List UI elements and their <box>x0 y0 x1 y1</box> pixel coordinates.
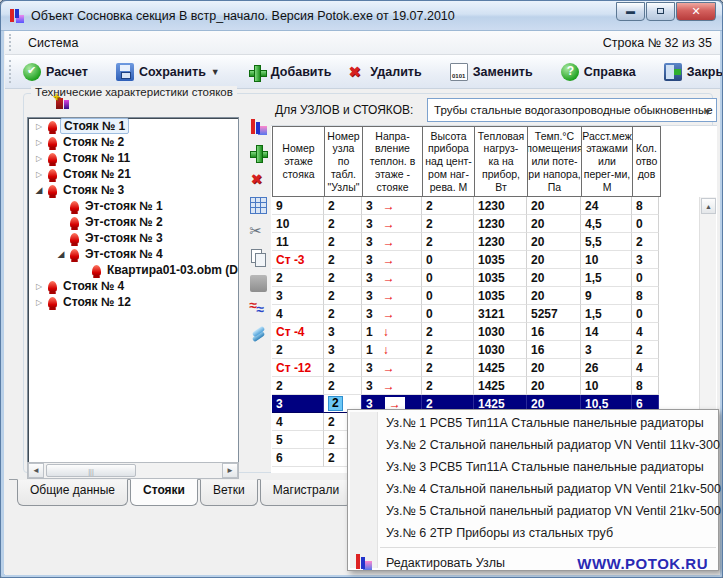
table-cell[interactable]: 0 <box>632 215 659 233</box>
table-cell[interactable]: 5257 <box>527 305 581 323</box>
table-cell[interactable]: 5 <box>272 431 324 449</box>
table-cell[interactable]: 2 <box>422 215 474 233</box>
table-row[interactable]: 231↓210301632 <box>272 341 659 359</box>
table-cell[interactable]: 3121 <box>474 305 527 323</box>
table-cell[interactable]: 3→ <box>362 251 422 269</box>
table-cell[interactable]: 2 <box>324 287 362 305</box>
table-cell[interactable]: 3→ <box>362 377 422 395</box>
grid-icon[interactable] <box>250 197 267 214</box>
table-cell[interactable]: 3 <box>324 341 362 359</box>
table-row[interactable]: 223→01035201,50 <box>272 269 659 287</box>
tab-stoyaki[interactable]: Стояки <box>130 479 198 506</box>
scrollbar-thumb[interactable] <box>46 464 136 477</box>
tree-item[interactable]: Эт-стояк № 1 <box>28 198 238 214</box>
table-row[interactable]: Ст -1223→2142520264 <box>272 359 659 377</box>
table-cell[interactable]: 20 <box>527 197 581 215</box>
table-cell[interactable]: 1↓ <box>362 323 422 341</box>
table-cell[interactable]: 5,5 <box>581 233 632 251</box>
table-cell[interactable]: 1,5 <box>581 305 632 323</box>
table-cell[interactable]: 3 <box>272 395 324 413</box>
table-row[interactable]: 1023→21230204,50 <box>272 215 659 233</box>
table-cell[interactable]: 3→ <box>362 197 422 215</box>
table-cell[interactable]: 9 <box>581 287 632 305</box>
table-cell[interactable]: 1425 <box>474 377 527 395</box>
table-cell[interactable]: 20 <box>527 269 581 287</box>
minimize-button[interactable]: ▬ <box>616 2 645 21</box>
table-cell[interactable]: 8 <box>632 377 659 395</box>
table-cell[interactable]: 3 <box>581 341 632 359</box>
table-cell[interactable]: 2 <box>422 377 474 395</box>
table-row[interactable]: Ст -323→0103520103 <box>272 251 659 269</box>
header-height[interactable]: Высота прибора над цент- ром наг- рева. … <box>423 127 475 196</box>
table-cell[interactable]: 9 <box>272 197 324 215</box>
table-cell[interactable]: 3 <box>324 323 362 341</box>
table-cell[interactable]: 2 <box>422 233 474 251</box>
header-node[interactable]: Номер узла по табл. "Узлы" <box>325 127 363 196</box>
edit-nodes-icon[interactable] <box>250 119 267 136</box>
pipes-combobox[interactable]: Трубы стальные водогазопроводные обыкнов… <box>427 98 717 122</box>
copy-icon[interactable] <box>250 249 267 266</box>
table-cell[interactable]: 2 <box>422 359 474 377</box>
expand-toggle-icon[interactable]: ▷ <box>32 122 46 131</box>
table-row[interactable]: Ст -431↓2103016144 <box>272 323 659 341</box>
table-cell[interactable]: 3 <box>272 287 324 305</box>
close-window-button[interactable]: Закрыть <box>656 60 723 84</box>
add-riser-icon[interactable] <box>53 95 71 111</box>
tree-item[interactable]: ◢Стояк № 3 <box>28 182 238 198</box>
delete-x-icon[interactable] <box>250 171 267 188</box>
table-cell[interactable]: 2 <box>324 197 362 215</box>
table-cell[interactable]: 3→ <box>362 269 422 287</box>
table-cell[interactable]: 0 <box>422 287 474 305</box>
context-menu-item[interactable]: Уз.№ 5 Стальной панельный радиатор VN Ve… <box>348 500 718 522</box>
header-bends[interactable]: Кол. отво дов <box>633 127 660 196</box>
plus-icon[interactable] <box>250 145 267 162</box>
table-cell[interactable]: Ст -4 <box>272 323 324 341</box>
save-dropdown-icon[interactable]: ▼ <box>211 67 220 77</box>
tree-item[interactable]: ◢Эт-стояк № 4 <box>28 246 238 262</box>
add-button[interactable]: Добавить <box>240 60 340 84</box>
table-cell[interactable]: 1↓ <box>362 341 422 359</box>
table-cell[interactable]: 1035 <box>474 251 527 269</box>
table-cell[interactable]: 26 <box>581 359 632 377</box>
table-cell[interactable]: 2 <box>324 251 362 269</box>
table-cell[interactable]: 4 <box>632 359 659 377</box>
edit-nodes-menu-item[interactable]: Редактировать Узлы WWW.POTOK.RU <box>348 551 718 575</box>
table-cell[interactable]: 3→ <box>362 287 422 305</box>
table-cell[interactable]: 0 <box>632 269 659 287</box>
table-cell[interactable]: Ст -12 <box>272 359 324 377</box>
table-cell[interactable]: 3→ <box>362 359 422 377</box>
table-cell[interactable]: 1425 <box>474 359 527 377</box>
table-cell[interactable]: 4,5 <box>581 215 632 233</box>
table-cell[interactable]: 1230 <box>474 197 527 215</box>
expand-toggle-icon[interactable]: ◢ <box>54 249 68 259</box>
table-cell[interactable]: 11 <box>272 233 324 251</box>
table-cell[interactable]: 10 <box>581 251 632 269</box>
tab-magistrali[interactable]: Магистрали <box>260 479 352 506</box>
table-cell[interactable]: 4 <box>632 323 659 341</box>
table-cell[interactable]: 3 <box>632 251 659 269</box>
maximize-button[interactable] <box>646 2 675 21</box>
table-cell[interactable]: 3→ <box>362 233 422 251</box>
tree-item[interactable]: ▷Стояк № 1 <box>28 118 238 134</box>
expand-toggle-icon[interactable]: ▷ <box>32 154 46 163</box>
table-cell[interactable]: 2 <box>632 233 659 251</box>
table-cell[interactable]: 2 <box>324 359 362 377</box>
header-floor[interactable]: Номер этаже стояка <box>273 127 325 196</box>
table-row[interactable]: 223→2142520108 <box>272 377 659 395</box>
table-row[interactable]: 323→010352098 <box>272 287 659 305</box>
table-cell[interactable]: 6 <box>272 449 324 467</box>
table-cell[interactable]: 8 <box>632 287 659 305</box>
help-button[interactable]: Справка <box>553 60 644 84</box>
pipes-icon[interactable] <box>250 327 267 344</box>
table-row[interactable]: 923→2123020248 <box>272 197 659 215</box>
chevron-down-icon[interactable]: ▼ <box>703 107 712 117</box>
tree-item[interactable]: ▷Стояк № 2 <box>28 134 238 150</box>
delete-button[interactable]: Удалить <box>339 60 429 84</box>
table-cell[interactable]: 1035 <box>474 287 527 305</box>
table-cell[interactable]: 2 <box>272 341 324 359</box>
replace-button[interactable]: Заменить <box>442 60 541 84</box>
context-menu-item[interactable]: Уз.№ 6 2ТР Приборы из стальных труб <box>348 522 718 544</box>
tree-item[interactable]: ▷Стояк № 11 <box>28 150 238 166</box>
tree-item[interactable]: ▷Стояк № 4 <box>28 278 238 294</box>
header-distance[interactable]: Расст.меж этажами или перег-ми, М <box>582 127 633 196</box>
